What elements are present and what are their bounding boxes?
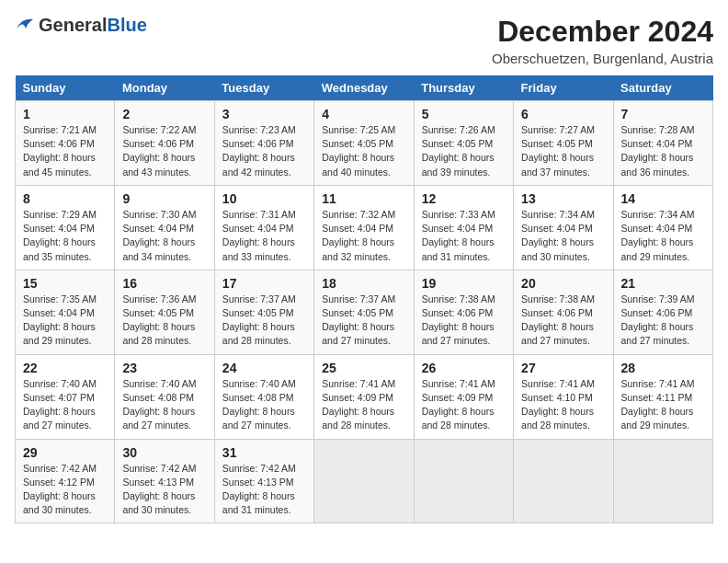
cell-info: Sunrise: 7:30 AMSunset: 4:04 PMDaylight:…	[122, 208, 206, 264]
logo-blue-text: Blue	[107, 15, 146, 36]
cell-info: Sunrise: 7:25 AMSunset: 4:05 PMDaylight:…	[322, 123, 405, 179]
calendar-week-row: 22Sunrise: 7:40 AMSunset: 4:07 PMDayligh…	[16, 354, 713, 439]
day-number: 5	[422, 107, 506, 121]
day-number: 13	[521, 191, 605, 206]
cell-info: Sunrise: 7:40 AMSunset: 4:07 PMDaylight:…	[23, 377, 107, 433]
calendar-cell: 12Sunrise: 7:33 AMSunset: 4:04 PMDayligh…	[414, 185, 513, 270]
day-number: 14	[621, 191, 705, 206]
calendar-cell: 26Sunrise: 7:41 AMSunset: 4:09 PMDayligh…	[414, 354, 513, 439]
cell-info: Sunrise: 7:32 AMSunset: 4:04 PMDaylight:…	[322, 208, 405, 264]
day-number: 28	[621, 361, 705, 375]
day-number: 17	[222, 276, 306, 291]
calendar-cell	[314, 439, 414, 523]
day-number: 20	[521, 276, 605, 291]
day-number: 8	[23, 191, 107, 206]
day-number: 18	[322, 276, 405, 291]
cell-info: Sunrise: 7:34 AMSunset: 4:04 PMDaylight:…	[521, 208, 605, 264]
calendar-cell: 25Sunrise: 7:41 AMSunset: 4:09 PMDayligh…	[314, 354, 414, 439]
weekday-header-friday: Friday	[514, 75, 613, 101]
calendar-cell: 18Sunrise: 7:37 AMSunset: 4:05 PMDayligh…	[314, 270, 414, 354]
cell-info: Sunrise: 7:42 AMSunset: 4:12 PMDaylight:…	[23, 462, 107, 518]
day-number: 4	[322, 107, 405, 121]
day-number: 11	[322, 191, 405, 206]
calendar-cell: 20Sunrise: 7:38 AMSunset: 4:06 PMDayligh…	[514, 270, 613, 354]
calendar-cell: 7Sunrise: 7:28 AMSunset: 4:04 PMDaylight…	[613, 101, 712, 186]
calendar-cell: 1Sunrise: 7:21 AMSunset: 4:06 PMDaylight…	[16, 101, 115, 186]
day-number: 19	[422, 276, 506, 291]
day-number: 10	[222, 191, 306, 206]
calendar-cell	[414, 439, 513, 523]
calendar-cell: 21Sunrise: 7:39 AMSunset: 4:06 PMDayligh…	[613, 270, 712, 354]
cell-info: Sunrise: 7:23 AMSunset: 4:06 PMDaylight:…	[222, 123, 306, 179]
weekday-header-sunday: Sunday	[16, 75, 115, 101]
day-number: 16	[122, 276, 206, 291]
calendar-cell: 29Sunrise: 7:42 AMSunset: 4:12 PMDayligh…	[16, 439, 115, 523]
day-number: 7	[621, 107, 705, 121]
day-number: 30	[122, 445, 206, 460]
calendar-table: SundayMondayTuesdayWednesdayThursdayFrid…	[15, 75, 713, 523]
calendar-cell: 9Sunrise: 7:30 AMSunset: 4:04 PMDaylight…	[115, 185, 214, 270]
calendar-cell: 13Sunrise: 7:34 AMSunset: 4:04 PMDayligh…	[514, 185, 613, 270]
calendar-week-row: 1Sunrise: 7:21 AMSunset: 4:06 PMDaylight…	[16, 101, 713, 186]
cell-info: Sunrise: 7:41 AMSunset: 4:09 PMDaylight:…	[322, 377, 405, 433]
weekday-header-thursday: Thursday	[414, 75, 513, 101]
day-number: 3	[222, 107, 306, 121]
calendar-cell: 31Sunrise: 7:42 AMSunset: 4:13 PMDayligh…	[214, 439, 313, 523]
weekday-header-saturday: Saturday	[613, 75, 712, 101]
cell-info: Sunrise: 7:36 AMSunset: 4:05 PMDaylight:…	[122, 293, 206, 349]
day-number: 22	[23, 361, 107, 375]
calendar-cell: 10Sunrise: 7:31 AMSunset: 4:04 PMDayligh…	[214, 185, 313, 270]
weekday-header-wednesday: Wednesday	[314, 75, 414, 101]
cell-info: Sunrise: 7:34 AMSunset: 4:04 PMDaylight:…	[621, 208, 705, 264]
day-number: 26	[422, 361, 506, 375]
day-number: 25	[322, 361, 405, 375]
cell-info: Sunrise: 7:37 AMSunset: 4:05 PMDaylight:…	[222, 293, 306, 349]
calendar-cell: 2Sunrise: 7:22 AMSunset: 4:06 PMDaylight…	[115, 101, 214, 186]
page-header: GeneralBlue December 2024 Oberschuetzen,…	[15, 15, 713, 66]
day-number: 29	[23, 445, 107, 460]
calendar-cell: 22Sunrise: 7:40 AMSunset: 4:07 PMDayligh…	[16, 354, 115, 439]
day-number: 27	[521, 361, 605, 375]
cell-info: Sunrise: 7:29 AMSunset: 4:04 PMDaylight:…	[23, 208, 107, 264]
cell-info: Sunrise: 7:42 AMSunset: 4:13 PMDaylight:…	[122, 462, 206, 518]
cell-info: Sunrise: 7:33 AMSunset: 4:04 PMDaylight:…	[422, 208, 506, 264]
logo-bird-icon	[15, 16, 35, 36]
cell-info: Sunrise: 7:41 AMSunset: 4:09 PMDaylight:…	[422, 377, 506, 433]
cell-info: Sunrise: 7:40 AMSunset: 4:08 PMDaylight:…	[122, 377, 206, 433]
calendar-cell: 15Sunrise: 7:35 AMSunset: 4:04 PMDayligh…	[16, 270, 115, 354]
calendar-cell: 5Sunrise: 7:26 AMSunset: 4:05 PMDaylight…	[414, 101, 513, 186]
calendar-cell: 27Sunrise: 7:41 AMSunset: 4:10 PMDayligh…	[514, 354, 613, 439]
calendar-cell: 16Sunrise: 7:36 AMSunset: 4:05 PMDayligh…	[115, 270, 214, 354]
calendar-cell: 17Sunrise: 7:37 AMSunset: 4:05 PMDayligh…	[214, 270, 313, 354]
calendar-cell: 8Sunrise: 7:29 AMSunset: 4:04 PMDaylight…	[16, 185, 115, 270]
logo-general-text: General	[39, 15, 107, 36]
calendar-cell: 11Sunrise: 7:32 AMSunset: 4:04 PMDayligh…	[314, 185, 414, 270]
calendar-cell: 24Sunrise: 7:40 AMSunset: 4:08 PMDayligh…	[214, 354, 313, 439]
cell-info: Sunrise: 7:40 AMSunset: 4:08 PMDaylight:…	[222, 377, 306, 433]
day-number: 9	[122, 191, 206, 206]
cell-info: Sunrise: 7:35 AMSunset: 4:04 PMDaylight:…	[23, 293, 107, 349]
cell-info: Sunrise: 7:27 AMSunset: 4:05 PMDaylight:…	[521, 123, 605, 179]
location-subtitle: Oberschuetzen, Burgenland, Austria	[492, 51, 713, 66]
calendar-cell: 19Sunrise: 7:38 AMSunset: 4:06 PMDayligh…	[414, 270, 513, 354]
cell-info: Sunrise: 7:22 AMSunset: 4:06 PMDaylight:…	[122, 123, 206, 179]
calendar-cell: 30Sunrise: 7:42 AMSunset: 4:13 PMDayligh…	[115, 439, 214, 523]
day-number: 23	[122, 361, 206, 375]
day-number: 21	[621, 276, 705, 291]
calendar-cell	[514, 439, 613, 523]
day-number: 6	[521, 107, 605, 121]
calendar-cell: 6Sunrise: 7:27 AMSunset: 4:05 PMDaylight…	[514, 101, 613, 186]
cell-info: Sunrise: 7:41 AMSunset: 4:11 PMDaylight:…	[621, 377, 705, 433]
day-number: 31	[222, 445, 306, 460]
day-number: 15	[23, 276, 107, 291]
cell-info: Sunrise: 7:39 AMSunset: 4:06 PMDaylight:…	[621, 293, 705, 349]
cell-info: Sunrise: 7:42 AMSunset: 4:13 PMDaylight:…	[222, 462, 306, 518]
calendar-week-row: 29Sunrise: 7:42 AMSunset: 4:12 PMDayligh…	[16, 439, 713, 523]
cell-info: Sunrise: 7:26 AMSunset: 4:05 PMDaylight:…	[422, 123, 506, 179]
calendar-week-row: 15Sunrise: 7:35 AMSunset: 4:04 PMDayligh…	[16, 270, 713, 354]
cell-info: Sunrise: 7:28 AMSunset: 4:04 PMDaylight:…	[621, 123, 705, 179]
cell-info: Sunrise: 7:37 AMSunset: 4:05 PMDaylight:…	[322, 293, 405, 349]
logo: GeneralBlue	[15, 15, 147, 36]
calendar-cell: 23Sunrise: 7:40 AMSunset: 4:08 PMDayligh…	[115, 354, 214, 439]
cell-info: Sunrise: 7:38 AMSunset: 4:06 PMDaylight:…	[521, 293, 605, 349]
